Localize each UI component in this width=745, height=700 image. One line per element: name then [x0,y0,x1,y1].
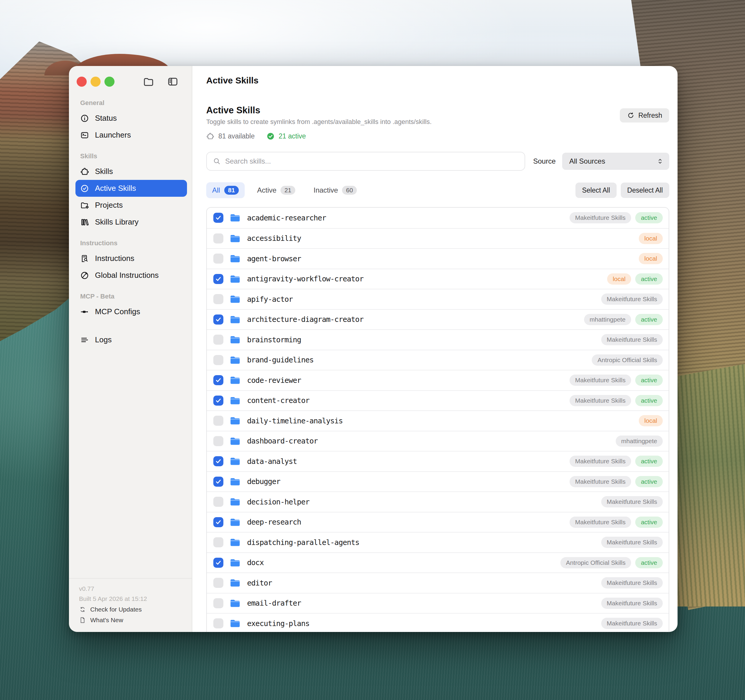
search-input[interactable] [225,157,519,165]
source-badge: Makeitfuture Skills [570,456,631,467]
skill-checkbox[interactable] [213,233,223,244]
skill-name: agent-browser [247,254,301,263]
skill-checkbox[interactable] [213,436,223,446]
badge-group: mhattingpeteactive [584,314,663,325]
badge-group: local [639,415,663,426]
folder-icon [230,598,241,608]
page-description: Toggle skills to create symlinks from .a… [206,118,432,126]
sidebar-item-label: Logs [95,335,112,344]
sidebar-item-label: Skills [95,167,113,176]
tab-active[interactable]: Active21 [251,182,301,198]
folder-icon [230,315,241,324]
zoom-button[interactable] [105,76,115,87]
skill-checkbox[interactable] [213,598,223,608]
sidebar-item-label: Launchers [95,130,131,140]
badge-group: Makeitfuture Skillsactive [570,395,663,406]
source-badge: Makeitfuture Skills [570,395,631,406]
whats-new-link[interactable]: What's New [79,616,182,624]
badge-group: Antropic Official Skillsactive [560,557,663,568]
badge-group: Makeitfuture Skills [601,618,663,629]
tab-all[interactable]: All81 [206,182,245,198]
source-select[interactable]: All Sources [562,153,669,170]
skill-checkbox[interactable] [213,294,223,304]
sidebar-item-active-skills[interactable]: Active Skills [75,180,187,197]
folder-icon [230,234,241,243]
sidebar-item-status[interactable]: Status [75,110,187,127]
skill-row: editorMakeitfuture Skills [207,573,669,593]
skill-name: accessibility [247,234,301,242]
skill-name: brand-guidelines [247,356,314,364]
badge-group: local [639,233,663,244]
select-all-button[interactable]: Select All [576,182,616,198]
skill-checkbox[interactable] [213,517,223,527]
badge-group: local [639,253,663,264]
folder-toolbar-icon[interactable] [143,76,154,87]
sidebar-item-global-instructions[interactable]: Global Instructions [75,267,187,284]
sidebar-item-projects[interactable]: Projects [75,197,187,214]
sidebar-item-skills-library[interactable]: Skills Library [75,214,187,230]
available-label: 81 available [218,132,255,140]
skill-row: deep-researchMakeitfuture Skillsactive [207,512,669,532]
refresh-label: Refresh [638,112,662,120]
folder-icon [230,437,241,446]
badge-group: Makeitfuture Skills [601,577,663,588]
sidebar: GeneralStatusLaunchersSkillsSkillsActive… [69,66,192,632]
sidebar-item-mcp-configs[interactable]: MCP Configs [75,303,187,320]
folder-icon [230,477,241,486]
sidebar-item-skills[interactable]: Skills [75,163,187,180]
skill-checkbox[interactable] [213,618,223,628]
skill-checkbox[interactable] [213,456,223,466]
skill-checkbox[interactable] [213,477,223,487]
active-badge: active [635,557,663,568]
badge-group: Makeitfuture Skills [601,496,663,507]
skill-name: decision-helper [247,498,310,506]
info-icon [80,114,89,123]
sidebar-item-instructions[interactable]: Instructions [75,250,187,267]
build-info: Built 5 Apr 2026 at 15:12 [79,595,182,602]
folder-icon [230,578,241,588]
skill-name: email-drafter [247,599,301,607]
whats-new-label: What's New [90,616,123,624]
skill-checkbox[interactable] [213,375,223,385]
skill-row: antigravity-workflow-creatorlocalactive [207,269,669,289]
skill-checkbox[interactable] [213,254,223,263]
skill-checkbox[interactable] [213,396,223,405]
tab-count-badge: 21 [280,186,295,195]
sidebar-item-label: Projects [95,200,123,210]
sidebar-item-label: Active Skills [95,184,136,193]
deselect-all-button[interactable]: Deselect All [621,182,669,198]
skill-checkbox[interactable] [213,274,223,284]
folder-icon [230,497,241,507]
source-badge: mhattingpete [616,435,663,447]
skill-checkbox[interactable] [213,355,223,365]
close-button[interactable] [76,76,87,87]
search-box[interactable] [206,152,525,171]
source-badge: Makeitfuture Skills [601,537,663,548]
active-badge: active [635,274,663,285]
badge-group: Makeitfuture Skillsactive [570,375,663,386]
skill-checkbox[interactable] [213,416,223,426]
source-badge: Antropic Official Skills [592,354,663,366]
skill-checkbox[interactable] [213,578,223,588]
skill-checkbox[interactable] [213,497,223,507]
sidebar-item-logs[interactable]: Logs [75,331,187,348]
skill-name: brainstorming [247,335,301,344]
sidebar-item-launchers[interactable]: Launchers [75,127,187,144]
refresh-button[interactable]: Refresh [620,108,669,123]
skill-checkbox[interactable] [213,335,223,345]
check-updates-link[interactable]: Check for Updates [79,606,182,613]
skill-row: email-drafterMakeitfuture Skills [207,593,669,613]
source-value: All Sources [569,157,605,165]
skill-checkbox[interactable] [213,314,223,325]
tab-inactive[interactable]: Inactive60 [308,182,363,198]
folder-gear-icon [80,201,89,210]
skill-checkbox[interactable] [213,558,223,568]
skill-checkbox[interactable] [213,213,223,223]
page-title: Active Skills [206,105,260,116]
skill-checkbox[interactable] [213,537,223,547]
minimize-button[interactable] [91,76,100,87]
source-badge: Makeitfuture Skills [570,212,631,223]
badge-group: Makeitfuture Skillsactive [570,476,663,487]
sidebar-toggle-icon[interactable] [167,76,178,87]
skill-row: docxAntropic Official Skillsactive [207,552,669,573]
